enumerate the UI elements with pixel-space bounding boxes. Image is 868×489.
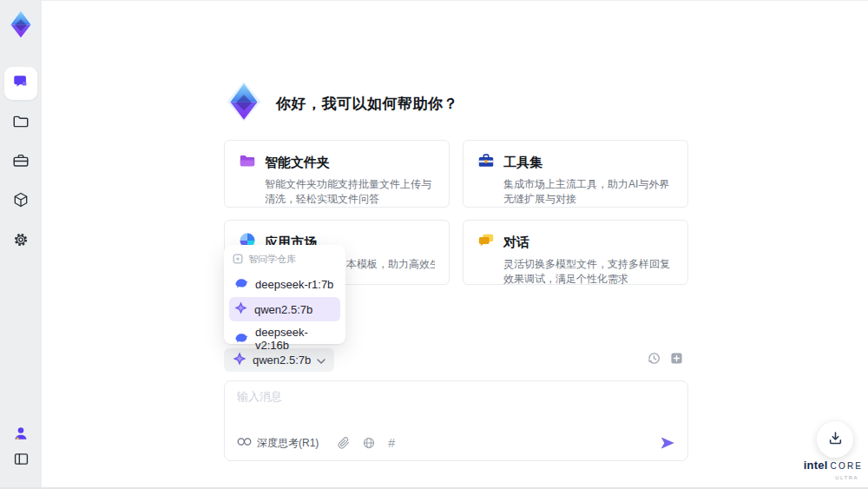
intel-wordmark: intel — [804, 459, 828, 472]
card-dialog[interactable]: 对话 灵活切换多模型文件，支持多样回复效果调试，满足个性化需求 — [463, 220, 688, 285]
chat-tools — [648, 352, 683, 365]
composer-icons: # — [338, 436, 395, 450]
history-icon[interactable] — [648, 352, 661, 365]
card-description: 智能文件夹功能支持批量文件上传与清洗，轻松实现文件问答 — [265, 177, 435, 207]
panel-collapse-icon[interactable] — [4, 442, 37, 475]
deepseek-logo-icon — [234, 331, 248, 347]
card-title: 对话 — [503, 235, 529, 251]
model-option-deepseek-r1[interactable]: deepseek-r1:7b — [229, 272, 340, 297]
sidebar-item-toolbox[interactable] — [4, 146, 37, 179]
folder-icon — [12, 113, 30, 134]
paperclip-icon[interactable] — [338, 437, 350, 449]
model-dropdown: 智问学仓库 deepseek-r1:7b qwen2.5:7b — [224, 245, 345, 344]
briefcase-icon — [12, 152, 30, 173]
toolbox-icon — [477, 152, 495, 173]
model-repo-header: 智问学仓库 — [229, 251, 340, 272]
deepseek-logo-icon — [234, 276, 248, 293]
cube-icon — [12, 191, 30, 212]
dialog-icon — [477, 232, 495, 253]
core-wordmark: CORE — [831, 461, 864, 471]
card-toolset[interactable]: 工具集 集成市场上主流工具，助力AI与外界无缝扩展与对接 — [463, 140, 688, 208]
model-option-label: deepseek-v2:16b — [255, 326, 335, 352]
card-title: 智能文件夹 — [265, 155, 330, 171]
hero: 你好，我可以如何帮助你？ — [224, 83, 458, 123]
sidebar-item-chat[interactable] — [4, 67, 37, 100]
app-window: 你好，我可以如何帮助你？ 智能文件夹 智能文件夹功能支持批量文件上传与清洗，轻松… — [0, 0, 868, 489]
smart-folder-icon — [239, 152, 256, 173]
sidebar-item-folders[interactable] — [4, 107, 37, 140]
model-option-deepseek-v2[interactable]: deepseek-v2:16b — [229, 321, 340, 356]
deepthink-toggle[interactable]: 深度思考(R1) — [237, 436, 319, 451]
card-title: 工具集 — [503, 155, 542, 171]
sidebar — [0, 1, 42, 487]
composer-toolbar: 深度思考(R1) # — [237, 434, 675, 452]
card-description: 集成市场上主流工具，助力AI与外界无缝扩展与对接 — [503, 177, 674, 207]
download-fab-button[interactable] — [817, 421, 853, 458]
gear-icon — [12, 231, 30, 252]
message-input[interactable] — [237, 389, 654, 427]
qwen-logo-icon — [234, 301, 247, 317]
deepthink-label: 深度思考(R1) — [257, 436, 319, 451]
hash-icon[interactable]: # — [388, 436, 395, 450]
model-option-label: qwen2.5:7b — [254, 303, 312, 316]
card-description-partial: 本模板，助力高效生成多 — [346, 257, 435, 272]
app-logo-icon — [6, 10, 36, 39]
model-option-qwen[interactable]: qwen2.5:7b — [229, 297, 340, 321]
greeting-title: 你好，我可以如何帮助你？ — [276, 94, 458, 114]
message-composer: 深度思考(R1) # — [224, 380, 688, 461]
sidebar-item-settings[interactable] — [4, 225, 37, 258]
deepthink-icon — [237, 437, 252, 449]
globe-icon[interactable] — [363, 437, 375, 449]
model-option-label: deepseek-r1:7b — [255, 278, 333, 291]
send-button[interactable] — [660, 435, 675, 451]
download-icon — [828, 431, 843, 449]
card-description: 灵活切换多模型文件，支持多样回复效果调试，满足个性化需求 — [503, 257, 674, 287]
repo-icon — [233, 254, 243, 266]
chat-bubble-icon — [12, 73, 30, 94]
new-chat-icon[interactable] — [670, 352, 683, 365]
repo-label: 智问学仓库 — [248, 253, 296, 266]
ultra-badge: ULTRA — [803, 472, 858, 484]
intel-core-logo: intelCORE ULTRA — [803, 459, 864, 484]
sidebar-item-models[interactable] — [4, 185, 37, 218]
hero-logo-icon — [224, 82, 264, 125]
card-smart-folder[interactable]: 智能文件夹 智能文件夹功能支持批量文件上传与清洗，轻松实现文件问答 — [224, 140, 450, 208]
